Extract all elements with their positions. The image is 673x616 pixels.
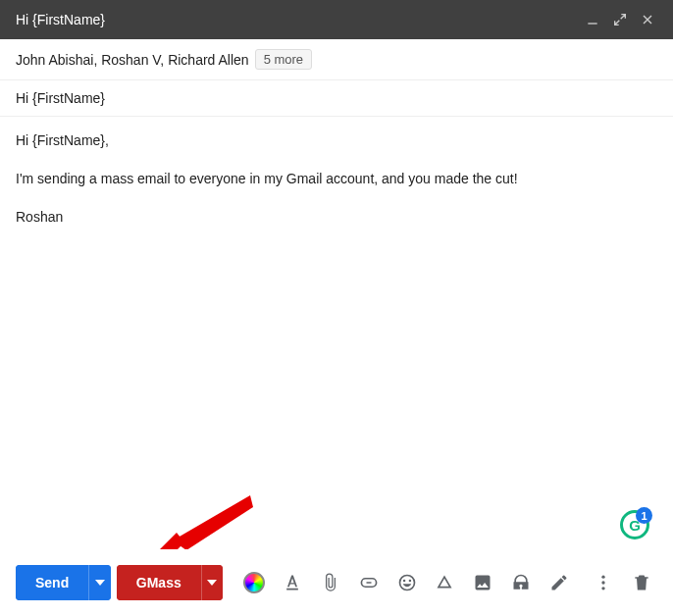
svg-marker-2 — [173, 495, 253, 550]
grammarly-badge[interactable]: G 1 — [620, 510, 649, 539]
send-button-label[interactable]: Send — [16, 565, 88, 600]
svg-point-5 — [601, 576, 604, 579]
emoji-icon[interactable] — [390, 566, 423, 599]
confidential-icon[interactable] — [505, 566, 538, 599]
compose-body[interactable]: Hi {FirstName}, I'm sending a mass email… — [0, 117, 673, 259]
grammarly-count: 1 — [636, 507, 652, 524]
recipients-more-badge[interactable]: 5 more — [255, 49, 312, 70]
subject-row[interactable]: Hi {FirstName} — [0, 80, 673, 117]
compose-title: Hi {FirstName} — [16, 12, 579, 27]
recipients-list: John Abishai, Roshan V, Richard Allen — [16, 52, 249, 68]
body-line: Hi {FirstName}, — [16, 130, 657, 151]
compose-header: Hi {FirstName} — [0, 0, 673, 39]
body-line: I'm sending a mass email to everyone in … — [16, 169, 657, 189]
gmass-button[interactable]: GMass — [117, 565, 223, 600]
compose-toolbar: Send GMass — [0, 549, 673, 616]
send-button[interactable]: Send — [16, 565, 111, 600]
link-icon[interactable] — [352, 566, 385, 599]
formatting-icon[interactable] — [277, 566, 309, 599]
drive-icon[interactable] — [429, 566, 461, 599]
close-icon[interactable] — [634, 6, 661, 33]
body-signature: Roshan — [16, 207, 657, 228]
send-options-arrow[interactable] — [88, 565, 111, 600]
trash-icon[interactable] — [625, 566, 657, 599]
svg-point-6 — [601, 581, 604, 584]
svg-marker-4 — [207, 580, 217, 586]
svg-rect-0 — [588, 23, 596, 24]
color-picker-icon[interactable] — [238, 566, 271, 599]
gmass-button-label[interactable]: GMass — [117, 565, 201, 600]
attach-icon[interactable] — [314, 566, 346, 599]
svg-point-7 — [601, 587, 604, 590]
pen-icon[interactable] — [544, 566, 576, 599]
gmass-options-arrow[interactable] — [201, 565, 223, 600]
expand-icon[interactable] — [606, 6, 634, 33]
subject-text: Hi {FirstName} — [16, 90, 105, 106]
more-options-icon[interactable] — [587, 566, 619, 599]
image-icon[interactable] — [467, 566, 499, 599]
minimize-icon[interactable] — [579, 6, 606, 33]
recipients-row[interactable]: John Abishai, Roshan V, Richard Allen 5 … — [0, 39, 673, 80]
svg-marker-3 — [95, 580, 105, 586]
